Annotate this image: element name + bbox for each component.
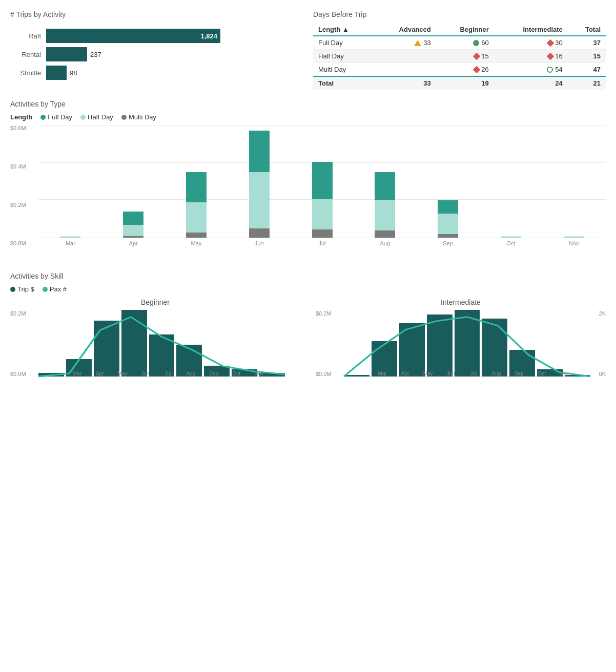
y-label: $0.2M bbox=[10, 310, 26, 317]
stacked-bar bbox=[564, 237, 584, 238]
multi-day-segment bbox=[375, 230, 395, 238]
skill-y-labels-right: 2K0K bbox=[599, 310, 606, 377]
skill-x-label: Sep bbox=[203, 371, 224, 376]
activity-bar: 1,824 bbox=[46, 29, 220, 43]
skill-legend-dot bbox=[43, 287, 48, 292]
trips-activity-chart: Raft1,824Rental237Shuttle98 bbox=[10, 29, 303, 80]
skill-x-label: Apr bbox=[89, 371, 110, 376]
skill-bars-area: MarAprMayJunJulAugSepOctNov bbox=[38, 310, 285, 377]
x-axis-labels: MarAprMayJunJulAugSepOctNov bbox=[38, 238, 606, 246]
skill-bar bbox=[121, 310, 147, 376]
half-day-segment bbox=[249, 172, 270, 228]
td-intermediate: 30 bbox=[494, 36, 568, 50]
bar-group bbox=[358, 172, 412, 238]
legend-dot bbox=[121, 115, 127, 120]
table-row: Multi Day265447 bbox=[313, 63, 606, 77]
skill-x-label: Mar bbox=[372, 371, 393, 376]
activity-bar bbox=[46, 66, 67, 80]
half-day-segment bbox=[60, 237, 80, 238]
stacked-chart: $0.6M$0.4M$0.2M$0.0M MarAprMayJunJulAugS… bbox=[10, 125, 606, 262]
x-label: Jul bbox=[295, 240, 349, 246]
skill-bar bbox=[344, 375, 369, 376]
stacked-bar bbox=[60, 237, 80, 238]
stacked-bar bbox=[312, 162, 333, 238]
y-label: $0.6M bbox=[10, 125, 26, 131]
y-label-right: 0K bbox=[599, 371, 606, 377]
full-day-segment bbox=[312, 162, 333, 199]
legend-dot bbox=[40, 115, 46, 120]
skill-x-label: Jul bbox=[463, 371, 484, 376]
full-day-segment bbox=[186, 172, 207, 202]
bar-group bbox=[170, 172, 223, 238]
diamond-icon bbox=[473, 52, 480, 59]
skill-legend-label: Pax # bbox=[50, 285, 67, 293]
legend-label: Half Day bbox=[88, 113, 113, 121]
y-label: $0.4M bbox=[10, 163, 26, 170]
td-beginner: 19 bbox=[436, 76, 494, 90]
y-label-right: 2K bbox=[599, 310, 606, 317]
full-day-segment bbox=[438, 200, 458, 214]
table-row: Full Day33603037 bbox=[313, 36, 606, 50]
circle-icon bbox=[473, 40, 479, 46]
total-row: Total33192421 bbox=[313, 76, 606, 90]
x-label: Jun bbox=[232, 240, 286, 246]
legend-label: Full Day bbox=[48, 113, 72, 121]
legend-item: Half Day bbox=[80, 113, 113, 121]
skill-charts: Beginner$0.2M$0.0MMarAprMayJunJulAugSepO… bbox=[10, 298, 606, 392]
diamond-icon bbox=[547, 39, 554, 46]
half-day-segment bbox=[501, 237, 521, 238]
half-day-segment bbox=[438, 214, 458, 234]
skill-x-label: Aug bbox=[180, 371, 201, 376]
y-label: $0.0M bbox=[10, 371, 26, 377]
td-beginner: 15 bbox=[436, 50, 494, 63]
x-label: Nov bbox=[547, 240, 601, 246]
x-label: Apr bbox=[107, 240, 160, 246]
days-trip-title: Days Before Trip bbox=[313, 10, 606, 18]
x-label: Sep bbox=[421, 240, 475, 246]
skill-bar bbox=[94, 321, 119, 376]
td-length: Full Day bbox=[313, 36, 374, 50]
td-total: 21 bbox=[568, 76, 606, 90]
td-label: Total bbox=[313, 76, 374, 90]
skill-x-label: Oct bbox=[531, 371, 552, 376]
skill-chart-intermediate: Intermediate$0.2M$0.0M2K0KMarAprMayJunJu… bbox=[316, 298, 606, 392]
skill-x-label: May bbox=[112, 371, 133, 376]
skill-chart-area: $0.2M$0.0M2K0KMarAprMayJunJulAugSepOctNo… bbox=[316, 310, 606, 392]
activities-skill-title: Activities by Skill bbox=[10, 272, 606, 280]
stacked-bar bbox=[375, 172, 395, 238]
trips-by-activity-section: # Trips by Activity Raft1,824Rental237Sh… bbox=[10, 10, 303, 90]
bar-label: Raft bbox=[10, 32, 41, 40]
col-length: Length ▲ bbox=[313, 24, 374, 36]
skill-legend-item: Pax # bbox=[43, 285, 67, 293]
td-advanced: 33 bbox=[374, 76, 436, 90]
skill-x-label: Sep bbox=[509, 371, 529, 376]
td-intermediate: 54 bbox=[494, 63, 568, 77]
skill-x-label: Jul bbox=[158, 371, 178, 376]
col-total: Total bbox=[568, 24, 606, 36]
days-trip-table: Length ▲ Advanced Beginner Intermediate … bbox=[313, 24, 606, 90]
td-length: Multi Day bbox=[313, 63, 374, 77]
skill-legend-label: Trip $ bbox=[17, 285, 34, 293]
legend-item: Full Day bbox=[40, 113, 72, 121]
y-label: $0.0M bbox=[10, 240, 26, 246]
half-day-segment bbox=[123, 225, 143, 236]
bar-value: 1,824 bbox=[200, 32, 217, 40]
td-length: Half Day bbox=[313, 50, 374, 63]
bar-group bbox=[295, 162, 349, 238]
col-intermediate: Intermediate bbox=[494, 24, 568, 36]
skill-bars-row bbox=[38, 310, 285, 376]
td-advanced: 33 bbox=[374, 36, 436, 50]
y-axis: $0.6M$0.4M$0.2M$0.0M bbox=[10, 125, 26, 246]
half-day-segment bbox=[564, 237, 584, 238]
y-label: $0.2M bbox=[10, 202, 26, 208]
bar-group bbox=[484, 237, 538, 238]
diamond-icon bbox=[547, 52, 554, 59]
legend-length-label: Length bbox=[10, 113, 32, 121]
bar-row: Shuttle98 bbox=[10, 66, 303, 80]
chart-area bbox=[38, 125, 606, 238]
skill-bar bbox=[455, 310, 480, 376]
skill-x-labels: MarAprMayJunJulAugSepOctNov bbox=[67, 371, 270, 376]
activities-type-section: Activities by Type Length Full DayHalf D… bbox=[10, 100, 606, 262]
skill-y-labels-left: $0.2M$0.0M bbox=[10, 310, 26, 377]
skill-x-label: Oct bbox=[226, 371, 247, 376]
